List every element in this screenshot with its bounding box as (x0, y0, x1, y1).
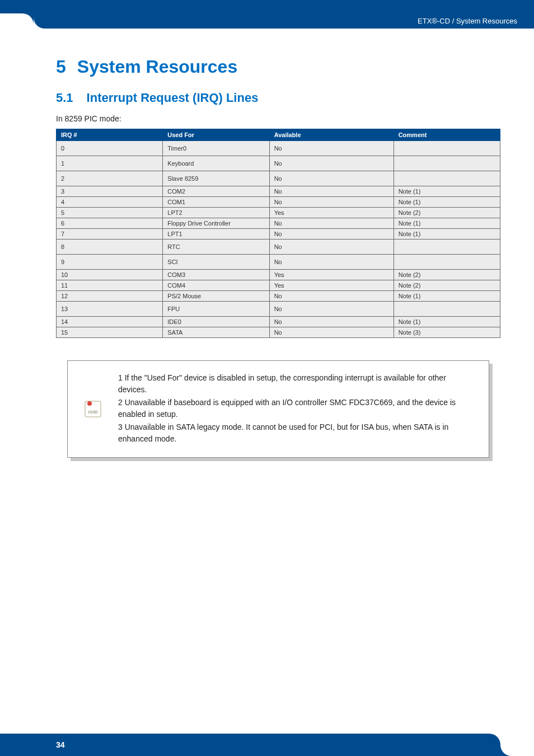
table-row: 11COM4YesNote (2) (57, 280, 500, 291)
page-content: 5System Resources 5.1Interrupt Request (… (0, 29, 534, 458)
cell-used: FPU (163, 302, 269, 317)
cell-used: COM3 (163, 270, 269, 280)
table-row: 1KeyboardNo (57, 156, 500, 171)
cell-comment: Note (2) (394, 280, 500, 291)
note-1: 1 If the "Used For" device is disabled i… (118, 372, 472, 396)
cell-comment (394, 255, 500, 270)
cell-used: PS/2 Mouse (163, 291, 269, 302)
page-number: 34 (56, 740, 65, 749)
cell-irq: 9 (57, 255, 163, 270)
cell-avail: No (269, 171, 394, 186)
cell-avail: No (269, 291, 394, 302)
table-row: 7LPT1NoNote (1) (57, 229, 500, 240)
cell-avail: No (269, 302, 394, 317)
note-box-wrapper: note 1 If the "Used For" device is disab… (67, 360, 489, 458)
header-used-for: Used For (163, 129, 269, 141)
cell-comment: Note (1) (394, 291, 500, 302)
table-row: 2Slave 8259No (57, 171, 500, 186)
cell-used: RTC (163, 240, 269, 255)
table-row: 10COM3YesNote (2) (57, 270, 500, 280)
section-title: Interrupt Request (IRQ) Lines (87, 91, 259, 105)
cell-avail: No (269, 186, 394, 197)
table-row: 14IDE0NoNote (1) (57, 317, 500, 327)
table-row: 3COM2NoNote (1) (57, 186, 500, 197)
cell-used: SCI (163, 255, 269, 270)
cell-avail: No (269, 218, 394, 229)
cell-used: COM1 (163, 197, 269, 208)
header-irq: IRQ # (57, 129, 163, 141)
cell-used: LPT2 (163, 208, 269, 218)
cell-avail: No (269, 317, 394, 327)
cell-used: Timer0 (163, 141, 269, 156)
cell-irq: 1 (57, 156, 163, 171)
table-row: 0Timer0No (57, 141, 500, 156)
footer-bottom-line (0, 750, 534, 756)
cell-used: Slave 8259 (163, 171, 269, 186)
cell-avail: No (269, 197, 394, 208)
header-breadcrumb-band: ETX®-CD / System Resources (34, 13, 534, 29)
table-row: 9SCINo (57, 255, 500, 270)
cell-comment: Note (3) (394, 327, 500, 338)
cell-avail: No (269, 229, 394, 240)
cell-avail: Yes (269, 208, 394, 218)
chapter-title: System Resources (77, 57, 237, 77)
cell-irq: 11 (57, 280, 163, 291)
cell-used: Keyboard (163, 156, 269, 171)
cell-avail: Yes (269, 280, 394, 291)
svg-point-1 (87, 401, 92, 406)
cell-avail: No (269, 327, 394, 338)
table-row: 5LPT2YesNote (2) (57, 208, 500, 218)
table-row: 13FPUNo (57, 302, 500, 317)
cell-comment: Note (1) (394, 218, 500, 229)
footer: 34 (0, 728, 534, 756)
table-row: 8RTCNo (57, 240, 500, 255)
table-row: 4COM1NoNote (1) (57, 197, 500, 208)
header-available: Available (269, 129, 394, 141)
cell-used: COM2 (163, 186, 269, 197)
cell-comment (394, 302, 500, 317)
table-row: 6Floppy Drive ControllerNoNote (1) (57, 218, 500, 229)
section-heading: 5.1Interrupt Request (IRQ) Lines (56, 91, 500, 105)
cell-irq: 5 (57, 208, 163, 218)
note-2: 2 Unavailable if baseboard is equipped w… (118, 397, 472, 420)
svg-text:note: note (88, 409, 98, 415)
table-header-row: IRQ # Used For Available Comment (57, 129, 500, 141)
section-number: 5.1 (56, 91, 73, 105)
cell-used: LPT1 (163, 229, 269, 240)
note-icon: note (82, 398, 104, 420)
chapter-heading: 5System Resources (56, 57, 500, 77)
cell-irq: 6 (57, 218, 163, 229)
intro-text: In 8259 PIC mode: (56, 114, 500, 123)
cell-comment (394, 141, 500, 156)
cell-irq: 4 (57, 197, 163, 208)
cell-comment: Note (2) (394, 208, 500, 218)
note-3: 3 Unavailable in SATA legacy mode. It ca… (118, 421, 472, 445)
cell-irq: 12 (57, 291, 163, 302)
cell-avail: No (269, 156, 394, 171)
cell-irq: 10 (57, 270, 163, 280)
cell-comment (394, 156, 500, 171)
cell-irq: 13 (57, 302, 163, 317)
cell-comment: Note (1) (394, 186, 500, 197)
cell-avail: No (269, 141, 394, 156)
cell-used: Floppy Drive Controller (163, 218, 269, 229)
top-bar (0, 0, 534, 13)
cell-used: SATA (163, 327, 269, 338)
cell-irq: 2 (57, 171, 163, 186)
cell-used: IDE0 (163, 317, 269, 327)
cell-irq: 15 (57, 327, 163, 338)
header-curve-decoration (0, 13, 34, 30)
cell-avail: Yes (269, 270, 394, 280)
header-comment: Comment (394, 129, 500, 141)
note-box: note 1 If the "Used For" device is disab… (67, 360, 489, 458)
table-row: 12PS/2 MouseNoNote (1) (57, 291, 500, 302)
irq-table: IRQ # Used For Available Comment 0Timer0… (56, 129, 500, 338)
cell-comment: Note (2) (394, 270, 500, 280)
cell-comment: Note (1) (394, 229, 500, 240)
footer-curve-decoration (500, 734, 534, 756)
cell-avail: No (269, 240, 394, 255)
cell-irq: 3 (57, 186, 163, 197)
cell-comment: Note (1) (394, 197, 500, 208)
cell-irq: 7 (57, 229, 163, 240)
cell-irq: 8 (57, 240, 163, 255)
